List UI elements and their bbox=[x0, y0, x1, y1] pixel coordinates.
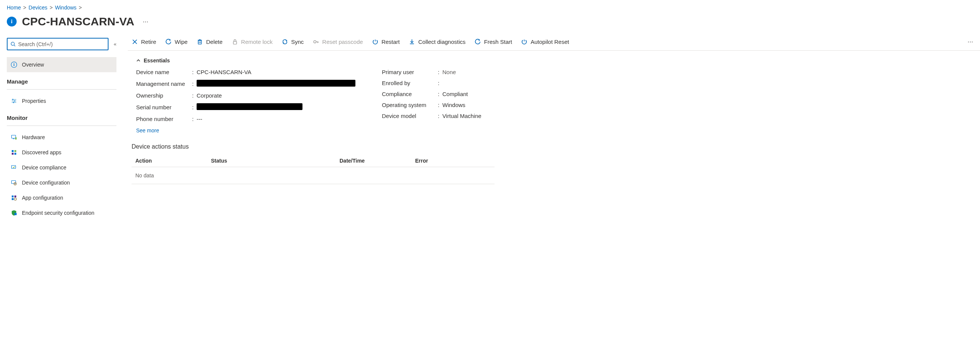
sidebar-item-device-compliance[interactable]: Device compliance bbox=[7, 160, 116, 175]
svg-line-3 bbox=[14, 45, 15, 46]
collect-diagnostics-button[interactable]: Collect diagnostics bbox=[409, 38, 465, 45]
compliance-icon bbox=[11, 164, 18, 170]
shield-icon bbox=[11, 210, 18, 216]
more-icon[interactable]: ··· bbox=[143, 18, 148, 26]
actions-status-table: Action Status Date/Time Error No data bbox=[132, 155, 495, 184]
reset-passcode-button: Reset passcode bbox=[313, 38, 363, 45]
essential-value: Compliant bbox=[442, 91, 468, 97]
remote-lock-button: Remote lock bbox=[232, 38, 273, 45]
sliders-icon bbox=[11, 98, 18, 104]
svg-point-0 bbox=[11, 20, 13, 21]
svg-rect-18 bbox=[12, 153, 14, 155]
svg-rect-10 bbox=[13, 99, 13, 100]
sidebar-item-label: Endpoint security configuration bbox=[22, 210, 94, 216]
breadcrumb-link[interactable]: Windows bbox=[55, 5, 77, 11]
essential-key: Compliance bbox=[382, 91, 438, 97]
chevron-up-icon bbox=[136, 58, 141, 63]
essential-key: Enrolled by bbox=[382, 80, 438, 86]
apps-icon bbox=[11, 150, 18, 155]
svg-rect-31 bbox=[198, 40, 202, 44]
more-commands-button[interactable]: ··· bbox=[967, 38, 973, 46]
device-actions-status-heading: Device actions status bbox=[132, 143, 980, 150]
sidebar-item-label: Properties bbox=[22, 98, 46, 104]
sidebar-section-monitor: Monitor bbox=[7, 112, 116, 124]
autopilot-reset-button[interactable]: Autopilot Reset bbox=[521, 38, 569, 45]
sidebar-item-label: Device compliance bbox=[22, 164, 67, 170]
svg-rect-16 bbox=[12, 150, 14, 152]
search-input[interactable] bbox=[7, 38, 108, 50]
sidebar-item-label: Discovered apps bbox=[22, 150, 61, 155]
table-header: Date/Time bbox=[339, 158, 415, 164]
sidebar-item-label: Overview bbox=[22, 62, 44, 68]
sidebar-item-endpoint-security[interactable]: Endpoint security configuration bbox=[7, 205, 116, 220]
restart-button[interactable]: Restart bbox=[372, 38, 399, 45]
svg-point-2 bbox=[11, 42, 14, 45]
wipe-button[interactable]: Wipe bbox=[165, 38, 188, 45]
essential-value: Windows bbox=[442, 102, 465, 108]
essential-key: Management name bbox=[136, 81, 192, 87]
breadcrumb-link[interactable]: Devices bbox=[29, 5, 48, 11]
sidebar-item-label: Hardware bbox=[22, 134, 45, 140]
essential-key: Phone number bbox=[136, 116, 192, 122]
svg-rect-1 bbox=[11, 21, 12, 24]
essential-value: None bbox=[442, 69, 456, 75]
sidebar-section-manage: Manage bbox=[7, 76, 116, 88]
svg-point-23 bbox=[15, 183, 16, 184]
essential-key: Ownership bbox=[136, 92, 192, 99]
sidebar: « Overview Manage Properties Monitor Har… bbox=[7, 38, 116, 220]
svg-rect-21 bbox=[12, 181, 16, 184]
sidebar-item-device-configuration[interactable]: Device configuration bbox=[7, 175, 116, 190]
collapse-sidebar-button[interactable]: « bbox=[114, 41, 116, 47]
sidebar-item-properties[interactable]: Properties bbox=[7, 93, 116, 108]
app-config-icon bbox=[11, 195, 18, 201]
essential-key: Device model bbox=[382, 113, 438, 119]
essential-value: Virtual Machine bbox=[442, 113, 481, 119]
essentials-panel: Device name:CPC-HANSCARN-VA Management n… bbox=[136, 69, 980, 122]
sidebar-item-label: App configuration bbox=[22, 195, 63, 201]
delete-button[interactable]: Delete bbox=[197, 38, 222, 45]
sidebar-item-discovered-apps[interactable]: Discovered apps bbox=[7, 145, 116, 160]
svg-rect-25 bbox=[14, 196, 16, 198]
retire-button[interactable]: Retire bbox=[132, 38, 156, 45]
table-header: Action bbox=[135, 158, 211, 164]
essential-key: Device name bbox=[136, 69, 192, 75]
svg-rect-17 bbox=[14, 150, 16, 152]
redacted-value bbox=[197, 80, 355, 87]
search-icon bbox=[11, 41, 16, 47]
svg-rect-26 bbox=[12, 198, 14, 200]
page-title: CPC-HANSCARN-VA bbox=[22, 15, 134, 28]
svg-rect-13 bbox=[12, 135, 16, 139]
breadcrumb: Home> Devices> Windows> bbox=[7, 5, 980, 11]
sidebar-item-label: Device configuration bbox=[22, 180, 70, 186]
fresh-start-button[interactable]: Fresh Start bbox=[474, 38, 512, 45]
essential-key: Serial number bbox=[136, 104, 192, 110]
sidebar-item-overview[interactable]: Overview bbox=[7, 57, 116, 72]
essential-value: CPC-HANSCARN-VA bbox=[197, 69, 251, 75]
sidebar-item-app-configuration[interactable]: App configuration bbox=[7, 190, 116, 205]
svg-rect-14 bbox=[13, 139, 14, 139]
svg-rect-28 bbox=[14, 213, 17, 215]
see-more-link[interactable]: See more bbox=[136, 127, 980, 134]
sync-button[interactable]: Sync bbox=[282, 38, 304, 45]
breadcrumb-link[interactable]: Home bbox=[7, 5, 21, 11]
command-bar: Retire Wipe Delete Remote lock Sync Rese… bbox=[128, 38, 980, 51]
essentials-toggle[interactable]: Essentials bbox=[136, 57, 980, 64]
table-header: Status bbox=[211, 158, 339, 164]
svg-rect-12 bbox=[13, 102, 14, 103]
essential-value: Corporate bbox=[197, 92, 222, 99]
sidebar-item-hardware[interactable]: Hardware bbox=[7, 130, 116, 145]
svg-rect-36 bbox=[233, 41, 237, 44]
svg-rect-15 bbox=[15, 137, 17, 140]
info-icon bbox=[11, 62, 18, 68]
table-empty-row: No data bbox=[132, 167, 495, 184]
essential-key: Operating system bbox=[382, 102, 438, 108]
monitor-icon bbox=[11, 134, 18, 140]
table-header: Error bbox=[415, 158, 491, 164]
svg-point-27 bbox=[14, 198, 17, 201]
essential-value: --- bbox=[197, 116, 202, 122]
svg-rect-11 bbox=[14, 100, 15, 102]
svg-rect-19 bbox=[14, 153, 16, 155]
essential-key: Primary user bbox=[382, 69, 438, 75]
redacted-value bbox=[197, 103, 302, 110]
svg-rect-24 bbox=[12, 196, 14, 198]
